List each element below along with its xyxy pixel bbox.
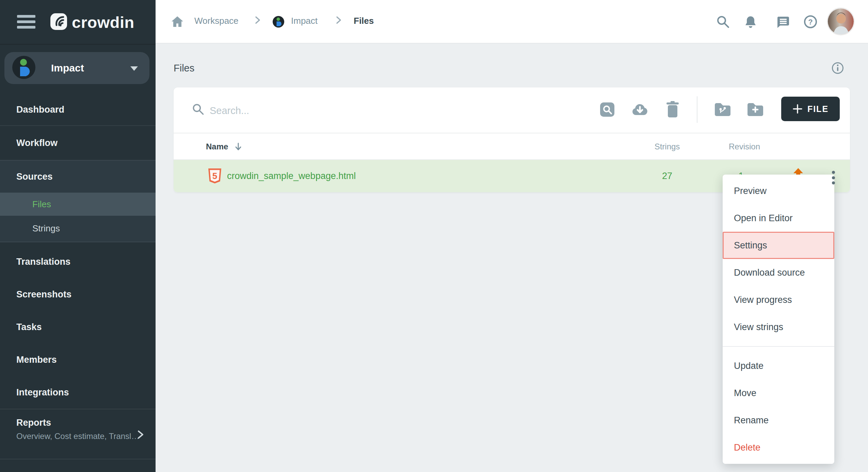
project-avatar (12, 56, 35, 80)
project-name: Impact (51, 62, 84, 74)
reports-label: Reports (16, 418, 156, 428)
add-file-button-label: FILE (807, 104, 829, 114)
menu-item-delete[interactable]: Delete (723, 434, 834, 461)
file-context-menu: Preview Open in Editor Settings Download… (723, 175, 834, 464)
crowdin-logo-icon (50, 13, 67, 32)
sidebar-item-label: Members (16, 355, 57, 365)
branch-folder-icon[interactable] (713, 100, 732, 119)
app-root: crowdin Impact Dashboard Workflow Source… (0, 0, 868, 472)
sidebar-item-dashboard[interactable]: Dashboard (0, 94, 156, 126)
menu-item-settings[interactable]: Settings (723, 232, 834, 259)
row-more-options-icon[interactable] (830, 170, 837, 185)
sidebar-item-members[interactable]: Members (0, 343, 156, 376)
sort-down-icon (234, 142, 242, 151)
sidebar-item-files-active[interactable]: Files (0, 193, 156, 216)
html5-file-icon: 5 (208, 168, 222, 185)
menu-item-update[interactable]: Update (723, 352, 834, 379)
sidebar-item-label: Files (32, 199, 51, 210)
menu-item-open-in-editor[interactable]: Open in Editor (723, 205, 834, 232)
search-icon (191, 102, 205, 117)
menu-item-rename[interactable]: Rename (723, 407, 834, 434)
menu-item-view-strings[interactable]: View strings (723, 313, 834, 341)
sidebar-item-sources[interactable]: Sources (0, 161, 156, 193)
caret-down-icon (130, 66, 138, 71)
page-title: Files (174, 59, 194, 78)
logo-bar: crowdin (0, 0, 156, 45)
breadcrumb-workspace[interactable]: Workspace (194, 16, 239, 26)
menu-divider (723, 346, 834, 347)
home-icon[interactable] (171, 15, 184, 30)
info-icon[interactable] (831, 62, 844, 75)
svg-text:?: ? (808, 18, 813, 26)
preview-search-icon[interactable] (598, 100, 617, 119)
toolbar-divider (697, 96, 697, 123)
sidebar-item-translations[interactable]: Translations (0, 245, 156, 278)
sidebar-item-workflow[interactable]: Workflow (0, 127, 156, 159)
bell-icon[interactable] (743, 14, 758, 29)
menu-item-move[interactable]: Move (723, 379, 834, 407)
add-file-button[interactable]: FILE (781, 97, 840, 121)
column-header-strings: Strings (633, 133, 701, 160)
hamburger-menu-icon[interactable] (17, 15, 35, 29)
chevron-right-icon (335, 15, 342, 28)
help-icon[interactable]: ? (803, 14, 818, 29)
sidebar-item-tasks[interactable]: Tasks (0, 311, 156, 343)
sidebar-item-label: Workflow (16, 138, 58, 148)
sidebar-group-sources: Sources Files Strings (0, 160, 156, 242)
user-avatar[interactable] (827, 7, 855, 35)
sidebar-item-label: Sources (16, 172, 53, 182)
reports-sublabel: Overview, Cost estimate, Transl… (16, 432, 142, 441)
trash-icon[interactable] (663, 100, 682, 119)
svg-text:5: 5 (212, 171, 217, 181)
file-name-link[interactable]: crowdin_sample_webpage.html (227, 160, 356, 192)
sidebar-item-label: Screenshots (16, 289, 71, 300)
breadcrumb-project-avatar (273, 16, 284, 29)
table-header: Name Strings Revision (174, 133, 850, 160)
crowdin-wordmark: crowdin (72, 13, 134, 32)
chevron-right-icon (254, 15, 261, 28)
sidebar-item-integrations[interactable]: Integrations (0, 376, 156, 409)
search-icon[interactable] (716, 14, 730, 29)
sidebar-item-label: Tasks (16, 322, 42, 332)
column-label: Name (206, 142, 228, 151)
menu-item-view-progress[interactable]: View progress (723, 286, 834, 313)
search-input[interactable] (209, 100, 503, 121)
chevron-right-icon (136, 429, 145, 441)
column-header-name[interactable]: Name (206, 133, 242, 160)
menu-item-download-source[interactable]: Download source (723, 259, 834, 286)
sidebar-item-screenshots[interactable]: Screenshots (0, 278, 156, 311)
sidebar-item-strings[interactable]: Strings (0, 216, 156, 241)
project-selector[interactable]: Impact (4, 52, 149, 84)
sidebar-item-label: Translations (16, 257, 70, 267)
sidebar-item-label: Strings (32, 223, 60, 234)
breadcrumb-project[interactable]: Impact (291, 16, 318, 26)
sidebar: crowdin Impact Dashboard Workflow Source… (0, 0, 156, 472)
plus-icon (792, 104, 803, 114)
download-cloud-icon[interactable] (630, 100, 649, 119)
chat-icon[interactable] (775, 14, 790, 29)
sidebar-item-label: Dashboard (16, 104, 64, 115)
crowdin-logo[interactable]: crowdin (50, 13, 134, 32)
topbar: Workspace Impact Files (156, 0, 868, 44)
column-header-revision: Revision (710, 133, 778, 160)
strings-count: 27 (633, 160, 701, 192)
add-folder-icon[interactable] (746, 100, 765, 119)
sidebar-item-reports[interactable]: Reports Overview, Cost estimate, Transl… (0, 409, 156, 459)
sidebar-item-label: Integrations (16, 387, 69, 398)
menu-item-preview[interactable]: Preview (723, 177, 834, 205)
breadcrumb-current: Files (354, 16, 374, 26)
